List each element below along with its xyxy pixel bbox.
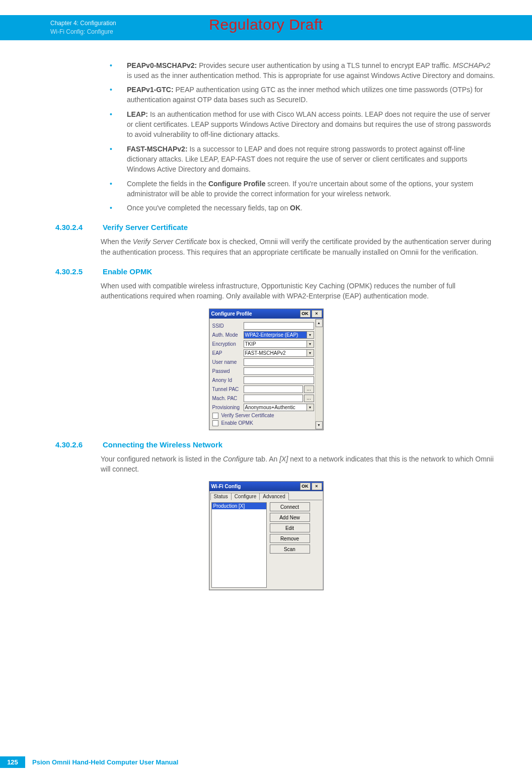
wc-tabs: Status Configure Advanced (210, 492, 322, 500)
connect-button[interactable]: Connect (270, 502, 310, 511)
wc-ok-button[interactable]: OK (300, 483, 311, 490)
sec6-title: Connecting the Wireless Network (103, 440, 222, 449)
vsc-label: Verify Server Certificate (221, 413, 274, 418)
wc-close-button[interactable]: × (312, 483, 322, 490)
peapv0-term: PEAPv0-MSCHAPv2: (127, 61, 197, 69)
peapv0-mschapv2: MSCHAPv2 (452, 61, 490, 69)
sec5-title: Enable OPMK (103, 267, 152, 276)
tab-advanced[interactable]: Advanced (259, 493, 288, 500)
chevron-down-icon[interactable] (307, 349, 314, 357)
sec6-paragraph: Your configured network is listed in the… (101, 454, 497, 475)
bullet-peapv1: PEAPv1-GTC: PEAP authentication using GT… (101, 85, 497, 105)
sec4-title: Verify Server Certificate (103, 223, 188, 231)
section-4-30-2-5: 4.30.2.5 Enable OPMK (55, 267, 497, 276)
enc-label: Encryption (212, 341, 244, 347)
mpac-label: Mach. PAC (212, 396, 244, 401)
tab-status[interactable]: Status (210, 493, 232, 500)
wifi-config-window: Wi-Fi Config OK × Status Configure Advan… (209, 481, 324, 590)
eap-value: FAST-MSCHAPv2 (244, 349, 307, 357)
prov-select[interactable]: Anonymous+Authentic (244, 404, 314, 411)
scrollbar[interactable]: ▲ ▼ (315, 319, 323, 429)
pwd-label: Passwd (212, 368, 244, 374)
page-number: 125 (0, 756, 25, 768)
peapv1-term: PEAPv1-GTC: (127, 86, 174, 94)
tpac-browse-button[interactable]: ... (304, 385, 314, 393)
edit-button[interactable]: Edit (270, 523, 310, 532)
sec6-i1: Configure (223, 455, 254, 463)
eap-label: EAP (212, 350, 244, 356)
enc-select[interactable]: TKIP (244, 340, 314, 348)
ok-bold: OK (290, 204, 300, 212)
sec6-num: 4.30.2.6 (55, 440, 101, 449)
sec4-paragraph: When the Verify Server Certificate box i… (101, 237, 497, 257)
scroll-down-icon[interactable]: ▼ (316, 421, 323, 429)
chevron-down-icon[interactable] (307, 340, 314, 348)
checkbox-icon (212, 420, 218, 426)
cp-titlebar[interactable]: Configure Profile OK × (209, 309, 323, 319)
sec5-paragraph: When used with compatible wireless infra… (101, 281, 497, 301)
configure-profile-bold: Configure Profile (208, 180, 266, 188)
ssid-label: SSID (212, 323, 244, 329)
page-footer: 125 Psion Omnii Hand-Held Computer User … (0, 756, 532, 768)
leap-text: Is an authentication method for use with… (127, 110, 491, 139)
user-label: User name (212, 359, 244, 365)
sec4-num: 4.30.2.4 (55, 223, 101, 231)
section-4-30-2-6: 4.30.2.6 Connecting the Wireless Network (55, 440, 497, 449)
wc-title-text: Wi-Fi Config (211, 484, 299, 489)
prov-label: Provisioning (212, 405, 244, 410)
bullet-peapv0: PEAPv0-MSCHAPv2: Provides secure user au… (101, 60, 497, 81)
bullet-complete-fields: Complete the fields in the Configure Pro… (101, 179, 497, 199)
leap-term: LEAP: (127, 110, 148, 118)
ssid-input[interactable] (244, 322, 314, 330)
tpac-label: Tunnel PAC (212, 386, 244, 392)
configure-profile-window: Configure Profile OK × SSID Auth. Mode W… (209, 308, 324, 430)
enc-value: TKIP (244, 340, 307, 348)
sec4-pre: When the (101, 238, 133, 246)
bullet-fast: FAST-MSCHAPv2: Is a successor to LEAP an… (101, 144, 497, 175)
peapv0-text-a: Provides secure user authentication by u… (197, 61, 452, 69)
sec4-italic: Verify Server Certificate (133, 238, 207, 246)
network-list[interactable]: Production [X] (211, 502, 267, 588)
tab-configure[interactable]: Configure (231, 493, 260, 500)
bullet-tap-ok: Once you've completed the necessary fiel… (101, 203, 497, 213)
verify-server-cert-checkbox[interactable]: Verify Server Certificate (212, 413, 314, 419)
opmk-label: Enable OPMK (221, 420, 253, 426)
prov-value: Anonymous+Authentic (244, 404, 307, 411)
tpac-input[interactable] (244, 385, 303, 393)
anon-label: Anony Id (212, 377, 244, 383)
sec6-i2: [X] (279, 455, 288, 463)
wc-titlebar[interactable]: Wi-Fi Config OK × (209, 482, 323, 491)
anon-input[interactable] (244, 376, 314, 384)
scan-button[interactable]: Scan (270, 545, 310, 554)
chevron-down-icon[interactable] (307, 404, 314, 411)
checkbox-icon (212, 413, 218, 419)
cp-close-button[interactable]: × (312, 310, 322, 318)
network-item-production[interactable]: Production [X] (212, 503, 266, 509)
watermark: Regulatory Draft (0, 16, 532, 33)
add-new-button[interactable]: Add New (270, 513, 310, 522)
eap-select[interactable]: FAST-MSCHAPv2 (244, 349, 314, 357)
user-input[interactable] (244, 358, 314, 366)
tapok-pre: Once you've completed the necessary fiel… (127, 204, 290, 212)
sec5-num: 4.30.2.5 (55, 267, 101, 276)
enable-opmk-checkbox[interactable]: Enable OPMK (212, 420, 314, 426)
scroll-up-icon[interactable]: ▲ (316, 319, 323, 327)
section-4-30-2-4: 4.30.2.4 Verify Server Certificate (55, 223, 497, 231)
cp-ok-button[interactable]: OK (300, 310, 311, 318)
complete-pre: Complete the fields in the (127, 180, 208, 188)
pwd-input[interactable] (244, 367, 314, 375)
footer-title: Psion Omnii Hand-Held Computer User Manu… (32, 758, 178, 766)
mpac-browse-button[interactable]: ... (304, 395, 314, 402)
peapv1-text: PEAP authentication using GTC as the inn… (127, 86, 483, 104)
remove-button[interactable]: Remove (270, 534, 310, 543)
tapok-post: . (300, 204, 302, 212)
sec6-mid: tab. An (254, 455, 279, 463)
auth-label: Auth. Mode (212, 332, 244, 338)
sec6-pre: Your configured network is listed in the (101, 455, 223, 463)
cp-title-text: Configure Profile (211, 311, 299, 317)
auth-select[interactable]: WPA2-Enterprise (EAP) (244, 331, 314, 339)
chevron-down-icon[interactable] (307, 331, 314, 339)
bullet-leap: LEAP: Is an authentication method for us… (101, 109, 497, 140)
mpac-input[interactable] (244, 395, 303, 402)
fast-term: FAST-MSCHAPv2: (127, 145, 188, 153)
